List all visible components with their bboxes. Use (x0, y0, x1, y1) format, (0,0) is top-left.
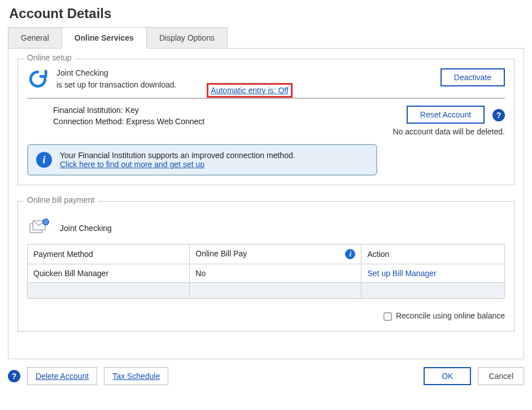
connection-method-value: Express Web Connect (126, 117, 204, 126)
tab-online-services[interactable]: Online Services (62, 27, 147, 49)
col-action: Action (361, 245, 505, 264)
bill-payment-account-name: Joint Checking (60, 224, 112, 233)
online-setup-account-name: Joint Checking (56, 68, 433, 77)
setup-bill-manager-link[interactable]: Set up Bill Manager (367, 269, 436, 278)
page-title: Account Details (9, 6, 524, 21)
dialog-footer: ? Delete Account Tax Schedule OK Cancel (8, 367, 524, 385)
cancel-button[interactable]: Cancel (478, 367, 524, 385)
connection-upgrade-banner: i Your Financial Institution supports an… (27, 144, 377, 176)
automatic-entry-highlight: Automatic entry is: Off (207, 83, 292, 98)
ok-button[interactable]: OK (424, 367, 471, 385)
connection-method-label: Connection Method: (53, 117, 124, 126)
help-icon[interactable]: ? (492, 109, 505, 121)
online-setup-status: is set up for transaction download. (56, 80, 176, 89)
fi-value: Key (125, 106, 139, 115)
bill-payment-table: Payment Method Online Bill Pay i Action … (27, 244, 505, 299)
banner-text: Your Financial Institution supports an i… (60, 151, 295, 160)
banner-link[interactable]: Click here to find out more and get set … (60, 160, 204, 169)
online-setup-group: Online setup Joint Checking is set up fo… (18, 59, 514, 185)
tab-panel-online-services: Online setup Joint Checking is set up fo… (8, 48, 524, 359)
deactivate-button[interactable]: Deactivate (441, 68, 505, 86)
online-bill-payment-legend: Online bill payment (24, 195, 98, 204)
bill-pay-icon (29, 219, 50, 237)
help-icon[interactable]: ? (8, 370, 20, 382)
online-setup-legend: Online setup (24, 53, 75, 62)
refresh-icon (27, 68, 49, 90)
reset-note: No account data will be deleted. (393, 127, 505, 136)
cell-obp: No (190, 264, 361, 283)
online-bill-payment-group: Online bill payment Joint Checking (18, 201, 514, 332)
tax-schedule-button[interactable]: Tax Schedule (104, 367, 168, 385)
col-online-bill-pay: Online Bill Pay i (190, 245, 361, 264)
automatic-entry-link[interactable]: Automatic entry is: Off (211, 86, 288, 95)
delete-account-button[interactable]: Delete Account (27, 367, 97, 385)
reconcile-checkbox[interactable] (383, 312, 391, 320)
cell-method: Quicken Bill Manager (28, 264, 190, 283)
info-icon[interactable]: i (345, 249, 355, 259)
reconcile-label[interactable]: Reconcile using online balance (382, 311, 505, 320)
tabs-container: General Online Services Display Options … (8, 27, 524, 359)
tab-display-options[interactable]: Display Options (146, 27, 228, 49)
table-row: Quicken Bill Manager No Set up Bill Mana… (28, 264, 505, 283)
col-payment-method: Payment Method (28, 245, 190, 264)
info-icon: i (36, 152, 52, 168)
table-row-empty (28, 283, 505, 299)
fi-label: Financial Institution: (53, 106, 123, 115)
tab-general[interactable]: General (8, 27, 62, 49)
reset-account-button[interactable]: Reset Account (407, 106, 485, 124)
